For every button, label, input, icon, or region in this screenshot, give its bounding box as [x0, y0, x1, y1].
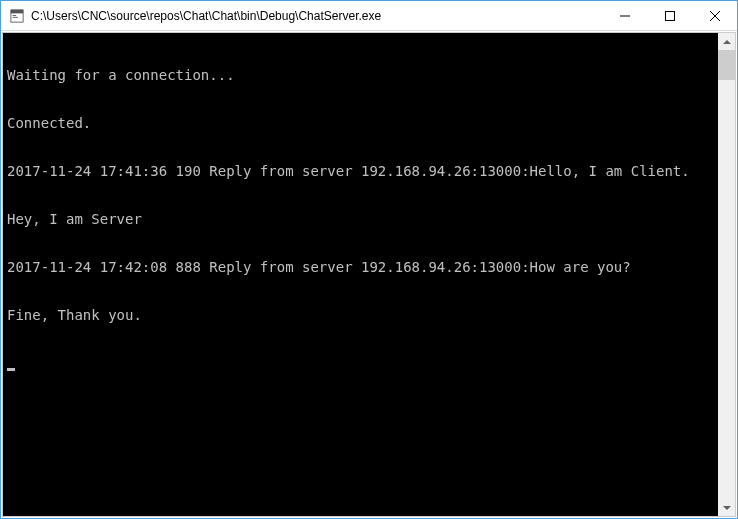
- console-line: Hey, I am Server: [7, 211, 714, 227]
- window-title: C:\Users\CNC\source\repos\Chat\Chat\bin\…: [31, 9, 602, 23]
- console-line: Connected.: [7, 115, 714, 131]
- console-line: 2017-11-24 17:41:36 190 Reply from serve…: [7, 163, 714, 179]
- titlebar[interactable]: C:\Users\CNC\source\repos\Chat\Chat\bin\…: [1, 1, 737, 31]
- cursor-icon: [7, 368, 15, 371]
- console-area: Waiting for a connection... Connected. 2…: [2, 32, 736, 517]
- minimize-button[interactable]: [602, 1, 647, 30]
- svg-rect-3: [13, 16, 18, 17]
- maximize-button[interactable]: [647, 1, 692, 30]
- vertical-scrollbar[interactable]: [718, 33, 735, 516]
- console-line: Fine, Thank you.: [7, 307, 714, 323]
- console-output[interactable]: Waiting for a connection... Connected. 2…: [3, 33, 718, 516]
- svg-marker-9: [723, 506, 731, 510]
- svg-rect-5: [665, 11, 674, 20]
- svg-rect-2: [13, 15, 17, 16]
- window-controls: [602, 1, 737, 30]
- console-line: Waiting for a connection...: [7, 67, 714, 83]
- svg-rect-1: [11, 9, 23, 13]
- svg-marker-8: [723, 40, 731, 44]
- app-icon: [9, 8, 25, 24]
- scroll-up-arrow-icon[interactable]: [718, 33, 735, 50]
- scroll-down-arrow-icon[interactable]: [718, 499, 735, 516]
- scroll-thumb[interactable]: [718, 50, 735, 80]
- cursor-line: [7, 355, 714, 371]
- console-window: C:\Users\CNC\source\repos\Chat\Chat\bin\…: [0, 0, 738, 519]
- close-button[interactable]: [692, 1, 737, 30]
- scroll-track[interactable]: [718, 50, 735, 499]
- console-line: 2017-11-24 17:42:08 888 Reply from serve…: [7, 259, 714, 275]
